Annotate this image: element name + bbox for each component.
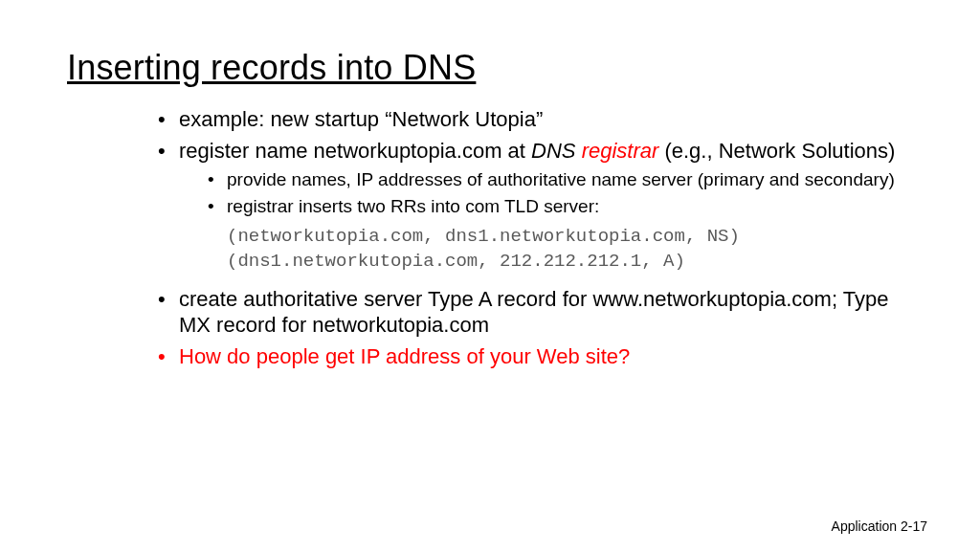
sub-bullet-list: provide names, IP addresses of authorita… [179,168,913,217]
bullet-item: create authoritative server Type A recor… [158,287,913,339]
bullet-list: example: new startup “Network Utopia” re… [67,107,913,370]
bullet-text: How do people get IP address of your Web… [179,344,630,368]
code-block: (networkutopia.com, dns1.networkutopia.c… [227,225,913,274]
bullet-item: example: new startup “Network Utopia” [158,107,913,133]
bullet-text-italic: DNS [531,139,582,163]
slide-footer: Application 2-17 [832,518,927,534]
sub-bullet-text: registrar inserts two RRs into com TLD s… [227,196,599,216]
code-line: (networkutopia.com, dns1.networkutopia.c… [227,225,913,250]
bullet-text-part: (e.g., Network Solutions) [658,139,895,163]
bullet-text: example: new startup “Network Utopia” [179,107,543,131]
bullet-item: register name networkuptopia.com at DNS … [158,139,913,274]
code-line: (dns1.networkutopia.com, 212.212.212.1, … [227,250,913,275]
slide: Inserting records into DNS example: new … [0,0,980,551]
bullet-text-italic-red: registrar [582,139,659,163]
slide-title: Inserting records into DNS [67,48,913,88]
bullet-item-highlight: How do people get IP address of your Web… [158,344,913,370]
sub-bullet-item: provide names, IP addresses of authorita… [208,168,913,190]
sub-bullet-text: provide names, IP addresses of authorita… [227,169,895,189]
bullet-text: create authoritative server Type A recor… [179,287,888,337]
bullet-text-part: register name networkuptopia.com at [179,139,531,163]
sub-bullet-item: registrar inserts two RRs into com TLD s… [208,195,913,217]
